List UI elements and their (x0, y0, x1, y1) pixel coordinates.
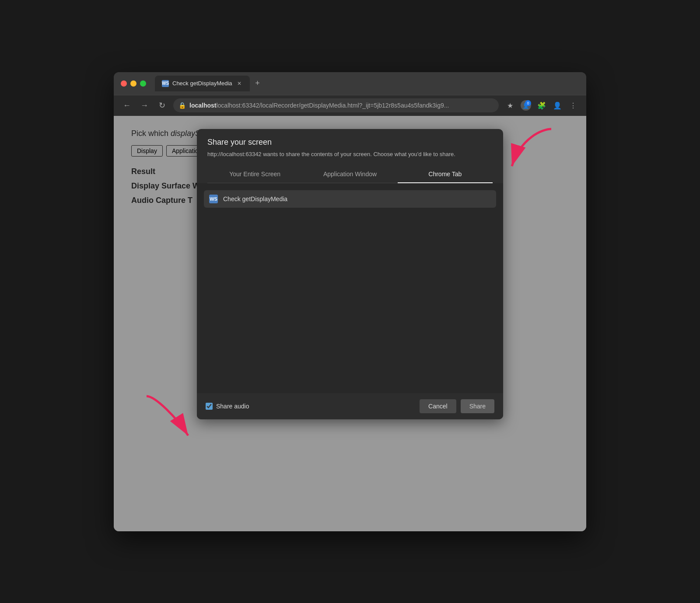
puzzle-icon[interactable]: 🧩 (536, 99, 548, 112)
new-tab-button[interactable]: + (252, 77, 264, 90)
arrow-top (508, 125, 560, 173)
reload-button[interactable]: ↻ (156, 99, 168, 112)
address-bar: ← → ↻ 🔒 localhostlocalhost:63342/localRe… (114, 95, 586, 116)
maximize-traffic-light[interactable] (140, 80, 146, 87)
url-bar[interactable]: 🔒 localhostlocalhost:63342/localRecorder… (173, 98, 499, 112)
url-path: localhost:63342/localRecorder/getDisplay… (216, 102, 449, 109)
share-audio-label[interactable]: Share audio (206, 403, 249, 410)
extension-icon[interactable]: 👤 0 (520, 99, 532, 112)
extension-badge: 0 (525, 100, 531, 106)
dialog-body: WS Check getDisplayMedia (197, 183, 503, 393)
share-audio-checkbox[interactable] (206, 403, 213, 410)
arrow-bottom (138, 392, 195, 446)
browser-window: WS Check getDisplayMedia ✕ + ← → ↻ 🔒 loc… (114, 72, 586, 531)
minimize-traffic-light[interactable] (130, 80, 136, 87)
dialog-tabs: Your Entire Screen Application Window Ch… (207, 165, 493, 183)
dialog-footer: Share audio Cancel Share (197, 393, 503, 419)
tab-item-favicon: WS (209, 195, 218, 203)
profile-icon[interactable]: 👤 (551, 99, 564, 112)
tab-app-window[interactable]: Application Window (302, 165, 397, 183)
dialog-subtitle: http://localhost:63342 wants to share th… (207, 150, 493, 158)
tab-list-item[interactable]: WS Check getDisplayMedia (204, 190, 496, 208)
dialog-title: Share your screen (207, 138, 493, 147)
url-text: localhostlocalhost:63342/localRecorder/g… (189, 102, 494, 109)
tab-close-button[interactable]: ✕ (236, 80, 243, 87)
dialog-overlay: Share your screen http://localhost:63342… (114, 116, 586, 531)
browser-tab[interactable]: WS Check getDisplayMedia ✕ (155, 76, 250, 91)
url-host: localhost (189, 102, 216, 109)
dialog-header: Share your screen http://localhost:63342… (197, 129, 503, 183)
close-traffic-light[interactable] (121, 80, 127, 87)
traffic-lights (121, 80, 146, 87)
cancel-button[interactable]: Cancel (420, 399, 456, 413)
toolbar-icons: ★ 👤 0 🧩 👤 ⋮ (504, 99, 579, 112)
title-bar: WS Check getDisplayMedia ✕ + (114, 72, 586, 95)
lock-icon: 🔒 (178, 102, 186, 109)
tab-item-title: Check getDisplayMedia (223, 195, 287, 202)
forward-button[interactable]: → (138, 99, 150, 112)
share-audio-text: Share audio (216, 403, 249, 410)
tab-title: Check getDisplayMedia (172, 80, 232, 87)
menu-icon[interactable]: ⋮ (567, 99, 579, 112)
tab-chrome-tab[interactable]: Chrome Tab (398, 165, 493, 183)
footer-buttons: Cancel Share (420, 399, 494, 413)
tab-area: WS Check getDisplayMedia ✕ + (155, 76, 264, 91)
tab-entire-screen[interactable]: Your Entire Screen (207, 165, 302, 183)
tab-favicon-icon: WS (162, 80, 169, 87)
share-button[interactable]: Share (461, 399, 494, 413)
back-button[interactable]: ← (121, 99, 133, 112)
page-content: Pick which displaySu Display Application… (114, 116, 586, 531)
bookmark-button[interactable]: ★ (504, 99, 516, 112)
share-dialog: Share your screen http://localhost:63342… (197, 129, 503, 419)
